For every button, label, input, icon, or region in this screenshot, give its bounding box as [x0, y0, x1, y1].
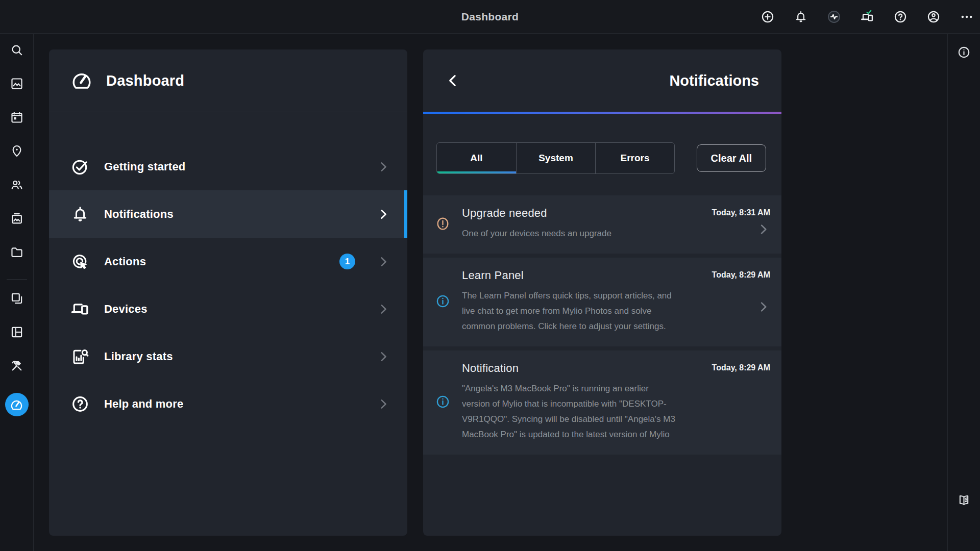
tab-all[interactable]: All — [437, 143, 516, 173]
notification-item-upgrade-needed[interactable]: Upgrade needed One of your devices needs… — [423, 195, 781, 254]
notification-body: The Learn Panel offers quick tips, suppo… — [462, 288, 678, 334]
tab-errors[interactable]: Errors — [595, 143, 674, 173]
account-icon[interactable] — [926, 10, 941, 24]
notification-time: Today, 8:31 AM — [712, 206, 770, 217]
menu-item-label: Help and more — [104, 397, 183, 411]
calendar-icon[interactable] — [10, 111, 23, 124]
devices-synced-icon[interactable] — [860, 10, 874, 24]
chevron-right-icon — [377, 350, 390, 363]
chevron-right-icon — [756, 217, 770, 241]
chevron-right-icon — [377, 160, 390, 173]
check-circle-icon — [70, 157, 90, 177]
back-chevron-icon[interactable] — [446, 73, 461, 88]
help-circle-icon — [70, 394, 90, 414]
notification-body: One of your devices needs an upgrade — [462, 226, 678, 241]
nav-rail-divider — [7, 279, 27, 280]
tools-icon[interactable] — [10, 359, 23, 372]
right-rail — [947, 34, 980, 551]
devices-icon — [70, 299, 90, 319]
activity-icon[interactable] — [827, 10, 841, 24]
menu-item-label: Notifications — [104, 208, 174, 221]
dashboard-panel-title: Dashboard — [106, 72, 184, 89]
menu-item-label: Devices — [104, 303, 148, 316]
menu-item-notifications[interactable]: Notifications — [49, 190, 407, 238]
people-icon[interactable] — [10, 178, 23, 191]
bell-icon — [70, 205, 90, 224]
actions-count-badge: 1 — [339, 254, 355, 269]
notification-item-learn-panel[interactable]: Learn Panel The Learn Panel offers quick… — [423, 258, 781, 346]
menu-item-library-stats[interactable]: Library stats — [49, 333, 407, 380]
notification-body: "Angela's M3 MacBook Pro" is running an … — [462, 381, 678, 442]
chevron-right-icon — [377, 208, 390, 221]
notification-title: Learn Panel — [462, 269, 678, 282]
folder-icon[interactable] — [10, 245, 23, 259]
notification-title: Notification — [462, 362, 678, 375]
notifications-panel-header: Notifications — [423, 49, 781, 112]
app-window: Dashboard — [0, 0, 980, 551]
top-bar: Dashboard — [0, 0, 980, 34]
notification-time: Today, 8:29 AM — [712, 268, 770, 280]
dashboard-gauge-icon[interactable] — [5, 393, 29, 416]
chevron-right-icon — [377, 397, 390, 411]
albums-icon[interactable] — [10, 212, 23, 225]
notification-item-sync-version[interactable]: Notification "Angela's M3 MacBook Pro" i… — [423, 350, 781, 455]
chevron-right-icon — [756, 280, 770, 334]
layout-icon[interactable] — [10, 325, 23, 339]
clear-all-button[interactable]: Clear All — [697, 144, 766, 172]
info-circle-icon — [435, 394, 451, 410]
menu-item-label: Actions — [104, 255, 146, 268]
menu-item-devices[interactable]: Devices — [49, 285, 407, 333]
menu-item-getting-started[interactable]: Getting started — [49, 143, 407, 190]
dashboard-gauge-icon — [70, 69, 93, 92]
dashboard-menu: Getting started Notifications — [49, 112, 407, 428]
chevron-right-icon — [377, 303, 390, 316]
notifications-toolbar: All System Errors Clear All — [423, 142, 781, 174]
library-stats-icon — [70, 347, 90, 366]
dashboard-panel: Dashboard Getting started Notifications — [49, 49, 407, 536]
tab-system[interactable]: System — [516, 143, 595, 173]
info-circle-icon[interactable] — [957, 45, 971, 59]
more-options-icon[interactable] — [960, 10, 974, 24]
duplicates-icon[interactable] — [10, 292, 23, 305]
learn-book-icon[interactable] — [957, 493, 971, 507]
header-gradient-line — [423, 112, 781, 114]
search-icon[interactable] — [10, 43, 23, 57]
topbar-actions — [761, 0, 974, 34]
info-circle-icon — [435, 293, 451, 309]
warning-circle-icon — [435, 216, 451, 232]
notification-time: Today, 8:29 AM — [712, 361, 770, 372]
menu-item-label: Library stats — [104, 350, 173, 363]
notifications-panel-title: Notifications — [669, 72, 759, 89]
menu-item-actions[interactable]: Actions 1 — [49, 238, 407, 285]
notifications-list: Upgrade needed One of your devices needs… — [423, 195, 781, 455]
filter-tabs: All System Errors — [436, 142, 675, 174]
bell-icon[interactable] — [794, 10, 808, 24]
notification-title: Upgrade needed — [462, 207, 678, 220]
photos-icon[interactable] — [10, 77, 23, 90]
add-circle-icon[interactable] — [761, 10, 775, 24]
nav-rail — [0, 34, 34, 551]
dashboard-panel-header: Dashboard — [49, 49, 407, 112]
map-pin-icon[interactable] — [10, 144, 23, 158]
actions-click-icon — [70, 252, 90, 271]
notifications-panel: Notifications All System Errors Clear Al… — [423, 49, 781, 536]
help-icon[interactable] — [893, 10, 908, 24]
menu-item-help-and-more[interactable]: Help and more — [49, 380, 407, 428]
chevron-right-icon — [377, 255, 390, 268]
menu-item-label: Getting started — [104, 160, 185, 173]
